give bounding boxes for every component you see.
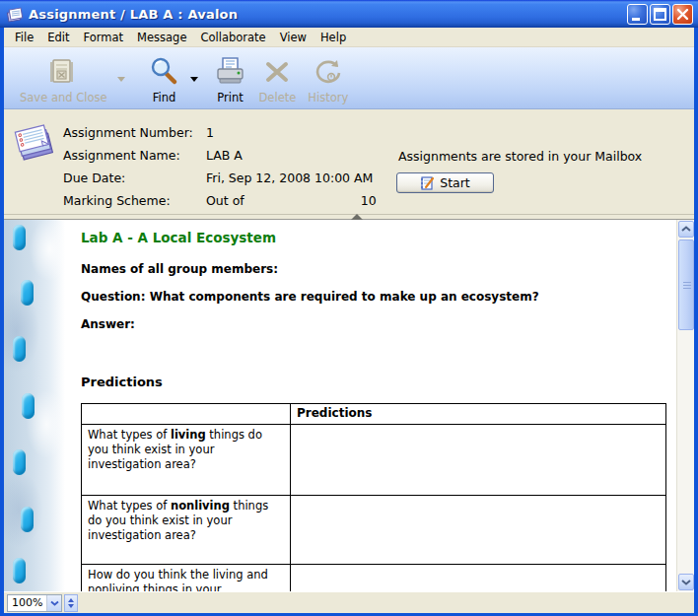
menu-item-format[interactable]: Format bbox=[77, 29, 131, 46]
assignment-number-value: 1 bbox=[206, 125, 214, 140]
predictions-heading: Predictions bbox=[81, 375, 676, 389]
minimize-icon bbox=[628, 5, 649, 26]
mailbox-note: Assignments are stored in your Mailbox bbox=[398, 149, 642, 164]
table-header-row: Predictions bbox=[82, 404, 666, 425]
toolbar: Save and Close Find bbox=[4, 47, 694, 109]
chevron-down-icon bbox=[117, 77, 125, 82]
spiral-ring-icon bbox=[21, 280, 34, 306]
print-button[interactable]: Print bbox=[208, 53, 253, 106]
find-button[interactable]: Find bbox=[143, 53, 186, 106]
chevron-up-icon bbox=[681, 226, 691, 233]
maximize-icon bbox=[651, 5, 671, 26]
minimize-button[interactable] bbox=[627, 4, 648, 25]
scroll-down-button[interactable] bbox=[678, 574, 694, 590]
question-bold-text: living bbox=[171, 428, 206, 442]
maximize-button[interactable] bbox=[650, 4, 670, 25]
delete-icon bbox=[262, 55, 292, 89]
spin-down-icon bbox=[68, 604, 74, 608]
assignment-number-label: Assignment Number: bbox=[63, 125, 206, 140]
menu-item-message[interactable]: Message bbox=[130, 29, 193, 46]
assignment-info-panel: Assignment Number: 1 Assignment Name: LA… bbox=[4, 109, 694, 214]
menu-item-help[interactable]: Help bbox=[314, 29, 353, 46]
spiral-ring-icon bbox=[22, 393, 35, 419]
document-title: Lab A - A Local Ecosystem bbox=[81, 230, 676, 245]
title-bar: Assignment / LAB A : Avalon bbox=[0, 0, 698, 28]
delete-label: Delete bbox=[259, 91, 297, 104]
save-and-close-icon bbox=[46, 55, 80, 89]
due-date-value: Fri, Sep 12, 2008 10:00 AM bbox=[206, 171, 373, 185]
zoom-control: 100% bbox=[7, 594, 62, 612]
answer-cell bbox=[291, 425, 666, 496]
header-question-cell bbox=[82, 404, 291, 425]
question-cell: What types of nonliving things do you th… bbox=[82, 496, 291, 565]
document-page: Lab A - A Local Ecosystem Names of all g… bbox=[65, 220, 676, 591]
chevron-down-icon bbox=[681, 579, 691, 585]
window-title: Assignment / LAB A : Avalon bbox=[29, 7, 238, 22]
marking-scheme-value: Out of bbox=[206, 193, 244, 208]
delete-button[interactable]: Delete bbox=[253, 53, 303, 106]
menu-item-file[interactable]: File bbox=[8, 29, 40, 46]
scroll-up-button[interactable] bbox=[678, 221, 694, 238]
start-button[interactable]: Start bbox=[396, 172, 494, 193]
question-line: Question: What components are required t… bbox=[81, 290, 676, 304]
menu-item-edit[interactable]: Edit bbox=[40, 29, 76, 46]
save-and-close-button[interactable]: Save and Close bbox=[14, 53, 113, 106]
thumb-grip-icon bbox=[683, 282, 691, 290]
history-button[interactable]: History bbox=[302, 53, 354, 106]
header-predictions-cell: Predictions bbox=[291, 404, 666, 425]
vertical-scrollbar[interactable] bbox=[676, 220, 694, 591]
question-text: What types of bbox=[88, 428, 171, 442]
menu-item-collaborate[interactable]: Collaborate bbox=[193, 29, 272, 46]
answer-cell bbox=[291, 496, 666, 565]
question-cell: What types of living things do you think… bbox=[82, 425, 291, 496]
table-row: What types of living things do you think… bbox=[82, 425, 666, 496]
question-bold-text: nonliving bbox=[171, 499, 230, 513]
menu-item-view[interactable]: View bbox=[273, 29, 314, 46]
zoom-spinner[interactable] bbox=[64, 594, 78, 612]
chevron-down-icon bbox=[190, 77, 198, 82]
question-cell: How do you think the living and nonlivin… bbox=[82, 565, 291, 592]
find-label: Find bbox=[153, 91, 176, 104]
start-button-label: Start bbox=[440, 175, 470, 190]
spiral-ring-icon bbox=[13, 336, 26, 362]
save-and-close-dropdown[interactable] bbox=[113, 59, 129, 99]
predictions-table: Predictions What types of living things … bbox=[81, 403, 666, 591]
app-icon bbox=[6, 5, 24, 23]
chevron-down-icon bbox=[50, 600, 59, 606]
assignment-name-row: Assignment Name: LAB A bbox=[63, 144, 377, 167]
table-row: How do you think the living and nonlivin… bbox=[82, 565, 666, 592]
history-icon bbox=[312, 55, 345, 89]
zoom-dropdown-button[interactable] bbox=[46, 595, 61, 611]
assignment-name-label: Assignment Name: bbox=[63, 148, 206, 163]
assignment-name-value: LAB A bbox=[206, 148, 243, 163]
marking-scheme-label: Marking Scheme: bbox=[63, 193, 206, 208]
assignment-details: Assignment Number: 1 Assignment Name: LA… bbox=[63, 121, 377, 212]
assignment-icon bbox=[12, 121, 55, 163]
spiral-ring-icon bbox=[13, 225, 26, 250]
start-icon bbox=[420, 175, 435, 190]
print-icon bbox=[214, 55, 247, 89]
due-date-label: Due Date: bbox=[63, 171, 206, 185]
marking-scheme-total: 10 bbox=[361, 193, 377, 208]
answer-line: Answer: bbox=[81, 317, 676, 331]
find-icon bbox=[149, 55, 180, 89]
history-label: History bbox=[308, 91, 348, 104]
group-members-line: Names of all group members: bbox=[81, 262, 676, 276]
close-icon bbox=[673, 5, 694, 26]
notebook-margin-decoration bbox=[4, 220, 65, 591]
spiral-ring-icon bbox=[13, 449, 26, 475]
table-row: What types of nonliving things do you th… bbox=[82, 496, 666, 565]
save-and-close-label: Save and Close bbox=[20, 91, 107, 104]
scrollbar-thumb[interactable] bbox=[678, 240, 694, 330]
find-dropdown[interactable] bbox=[186, 59, 202, 99]
spiral-ring-icon bbox=[21, 507, 34, 532]
spiral-ring-icon bbox=[13, 558, 26, 583]
question-text: What types of bbox=[88, 499, 171, 513]
print-label: Print bbox=[217, 91, 243, 104]
assignment-document-view: Lab A - A Local Ecosystem Names of all g… bbox=[4, 220, 694, 591]
status-bar: 100% bbox=[4, 591, 694, 613]
zoom-level-value[interactable]: 100% bbox=[8, 596, 46, 609]
marking-scheme-row: Marking Scheme: Out of 10 bbox=[63, 189, 377, 212]
application-window: Assignment / LAB A : Avalon File Edit Fo… bbox=[0, 0, 698, 616]
close-button[interactable] bbox=[672, 4, 693, 25]
